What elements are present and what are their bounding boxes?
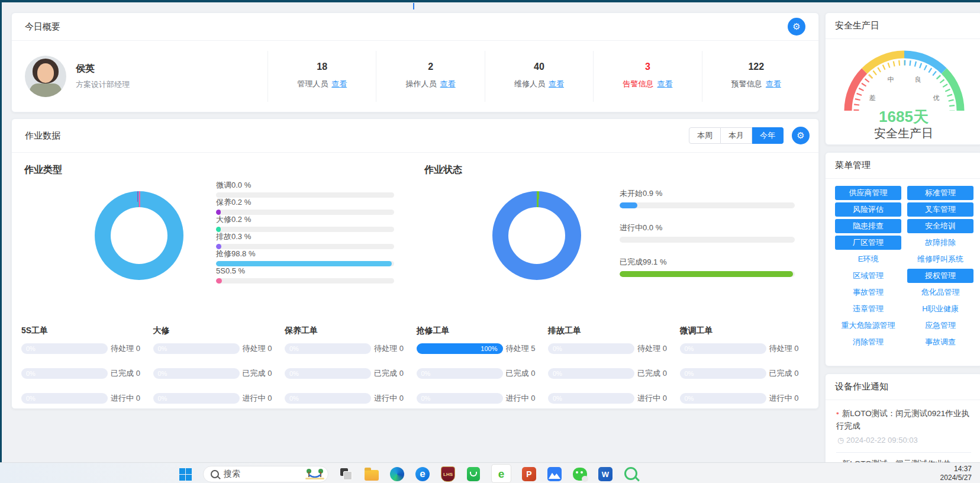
- magnifier-icon: [624, 467, 637, 480]
- safety-days-card: 安全生产日 差 中 良 优 1685天 安全生产日: [825, 12, 980, 145]
- folder-icon: [365, 470, 379, 481]
- menu-item-elimination[interactable]: 消除管理: [835, 335, 901, 349]
- legend-item: 微调0.0 %: [216, 181, 394, 198]
- shopping-bag-icon: [467, 467, 480, 481]
- menu-item-standards[interactable]: 标准管理: [907, 186, 973, 200]
- stat-managers: 18 管理人员查看: [267, 51, 376, 102]
- tab-this-month[interactable]: 本月: [721, 127, 752, 144]
- menu-item-major-hazard-source[interactable]: 重大危险源管理: [835, 318, 901, 333]
- order-card-maintenance: 保养工单 0% 待处理 0 0% 已完成 0 0% 进行中 0: [285, 324, 414, 404]
- gauge-label-good: 良: [915, 76, 921, 83]
- menu-item-region[interactable]: 区域管理: [835, 269, 901, 283]
- menu-grid: 供应商管理 标准管理 风险评估 叉车管理 隐患排查 安全培训 厂区管理 故障排除…: [835, 186, 973, 349]
- work-data-header: 作业数据 本周 本月 今年 ⚙: [12, 119, 818, 153]
- legend-item: 大修0.2 %: [216, 215, 394, 232]
- word-button[interactable]: W: [598, 466, 613, 482]
- work-data-settings-button[interactable]: ⚙: [792, 127, 810, 144]
- menu-item-plant-area[interactable]: 厂区管理: [835, 236, 901, 250]
- menu-item-accident[interactable]: 事故管理: [835, 285, 901, 300]
- menu-item-supplier[interactable]: 供应商管理: [835, 186, 901, 200]
- mountain-app-button[interactable]: [547, 466, 562, 482]
- order-row: 0% 待处理 0: [285, 343, 414, 354]
- legend-item: 5S0.5 %: [216, 266, 394, 284]
- file-explorer-button[interactable]: [364, 466, 379, 482]
- progress-bar: 0%: [680, 368, 766, 379]
- legend-item: 排故0.3 %: [216, 232, 394, 249]
- progress-bar: 0%: [21, 343, 108, 354]
- view-link[interactable]: 查看: [549, 79, 564, 88]
- user-role: 方案设计部经理: [76, 79, 130, 90]
- work-data-title: 作业数据: [25, 130, 60, 141]
- progress-bar: 0%: [680, 343, 766, 354]
- menu-item-troubleshooting[interactable]: 故障排除: [907, 236, 973, 250]
- e-browser-icon: e: [415, 467, 430, 481]
- view-link[interactable]: 查看: [657, 79, 672, 88]
- active-app-highlight: e: [491, 464, 511, 483]
- tab-this-year[interactable]: 今年: [752, 127, 784, 144]
- stat-maintenance-staff: 40 维修人员查看: [485, 51, 593, 102]
- overview-settings-button[interactable]: ⚙: [788, 18, 805, 36]
- menu-item-emergency[interactable]: 应急管理: [907, 318, 973, 333]
- chart-title-work-type: 作业类型: [24, 164, 62, 176]
- wechat-button[interactable]: [572, 466, 588, 482]
- menu-item-violation[interactable]: 违章管理: [835, 302, 901, 316]
- order-row: 0% 进行中 0: [417, 393, 546, 404]
- task-view-button[interactable]: [339, 466, 354, 482]
- order-row: 0% 已完成 0: [680, 368, 810, 379]
- notice-item[interactable]: •新LOTO测试：闰元测试0921作业执行完成: [826, 400, 980, 432]
- legend-item: 进行中0.0 %: [620, 223, 795, 257]
- view-link[interactable]: 查看: [766, 79, 781, 88]
- user-name: 侯英: [76, 63, 130, 75]
- app-store-button[interactable]: [466, 466, 481, 482]
- progress-bar: 0%: [21, 393, 108, 404]
- work-type-legend: 微调0.0 % 保养0.2 % 大修0.2 % 排故0.3 % 抢修98.8 %…: [216, 181, 394, 284]
- search-tool-button[interactable]: [623, 466, 639, 482]
- gauge-label-excellent: 优: [933, 94, 940, 101]
- blue-e-browser-button[interactable]: e: [415, 466, 430, 482]
- view-link[interactable]: 查看: [331, 79, 347, 88]
- order-row: 0% 进行中 0: [285, 393, 414, 404]
- window-top-border: [0, 0, 980, 2]
- mountain-app-icon: [547, 467, 562, 481]
- work-order-summary: 5S工单 0% 待处理 0 0% 已完成 0 0% 进行中 0 大修 0% 待处…: [21, 324, 809, 404]
- lhs-app-button[interactable]: LHS: [440, 466, 456, 482]
- menu-item-occupational-health[interactable]: H职业健康: [907, 302, 973, 316]
- menu-item-hazardous-chemicals[interactable]: 危化品管理: [907, 285, 973, 300]
- powerpoint-button[interactable]: P: [521, 466, 537, 482]
- progress-bar: 0%: [548, 343, 634, 354]
- view-link[interactable]: 查看: [440, 79, 456, 88]
- tab-this-week[interactable]: 本周: [689, 127, 721, 144]
- taskbar-clock[interactable]: 14:37 2024/5/27: [940, 465, 972, 482]
- progress-bar: 0%: [153, 368, 240, 379]
- safety-gauge: 差 中 良 优 1685天 安全生产日: [826, 37, 980, 131]
- order-row: 0% 已完成 0: [548, 368, 678, 379]
- edge-browser-button[interactable]: [389, 466, 405, 482]
- legend-item: 已完成99.1 %: [620, 257, 795, 292]
- order-row: 0% 待处理 0: [153, 343, 283, 354]
- order-row: 100% 待处理 5: [417, 343, 546, 354]
- menu-management-card: 菜单管理 供应商管理 标准管理 风险评估 叉车管理 隐患排查 安全培训 厂区管理…: [825, 152, 980, 366]
- menu-item-safety-training[interactable]: 安全培训: [907, 219, 973, 233]
- gauge-label-poor: 差: [869, 94, 876, 101]
- menu-item-authorization[interactable]: 授权管理: [907, 269, 973, 283]
- menu-item-hazard-inspection[interactable]: 隐患排查: [835, 219, 901, 233]
- notice-card-title: 设备作业通知: [835, 381, 888, 392]
- menu-item-risk-assessment[interactable]: 风险评估: [835, 202, 901, 217]
- stat-value: 2: [376, 62, 484, 72]
- notice-card-header: 设备作业通知: [826, 374, 980, 400]
- menu-card-title: 菜单管理: [835, 160, 871, 171]
- today-overview-card: 今日概要 ⚙ 侯英 方案设计部经理 18 管理人员查看 2 操作人员查看 40: [11, 12, 819, 112]
- order-card-troubleshooting: 排故工单 0% 待处理 0 0% 已完成 0 0% 进行中 0: [548, 324, 678, 404]
- order-card-fine-tuning: 微调工单 0% 待处理 0 0% 已完成 0 0% 进行中 0: [680, 324, 810, 404]
- menu-item-repair-call-system[interactable]: 维修呼叫系统: [907, 252, 973, 266]
- green-e-browser-icon: e: [498, 468, 505, 479]
- work-type-donut-chart: [95, 191, 183, 280]
- menu-item-forklift[interactable]: 叉车管理: [907, 202, 973, 217]
- windows-start-button[interactable]: [178, 466, 193, 482]
- taskbar-search-input[interactable]: 搜索: [203, 466, 328, 482]
- menu-item-accident-investigation[interactable]: 事故调查: [907, 335, 973, 349]
- browser-360-button-active[interactable]: e: [491, 466, 511, 482]
- stat-alarms: 3 告警信息查看: [593, 51, 701, 102]
- menu-item-e-environment[interactable]: E环境: [835, 252, 901, 266]
- beach-highlight-icon: [304, 468, 325, 481]
